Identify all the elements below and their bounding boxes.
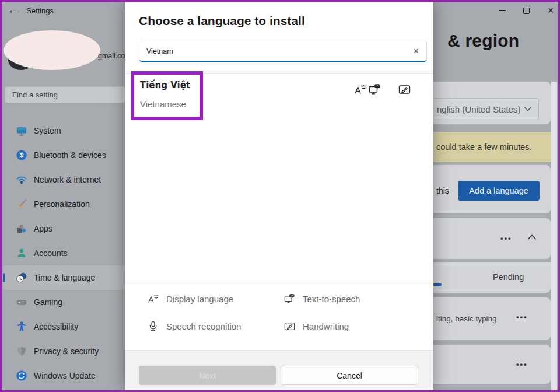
page-title: & region <box>447 31 519 51</box>
legend-label: Handwriting <box>303 321 349 331</box>
next-button[interactable]: Next <box>139 366 276 385</box>
user-email: gmail.co <box>98 52 125 60</box>
sidebar-item-label: Privacy & security <box>34 346 99 356</box>
handwriting-icon <box>398 83 411 96</box>
sidebar-item-system[interactable]: System <box>3 118 125 143</box>
choose-language-dialog: Choose a language to install Vietnam ✕ T… <box>125 1 433 390</box>
dropdown-value: nglish (United States) <box>437 104 520 114</box>
sidebar-item-time-language[interactable]: Time & language <box>3 265 125 290</box>
divider <box>125 281 433 281</box>
wifi-icon <box>16 174 27 186</box>
sidebar-item-accounts[interactable]: Accounts <box>3 241 125 265</box>
person-icon <box>16 247 27 259</box>
chevron-up-icon[interactable] <box>528 235 536 240</box>
search-placeholder: Find a setting <box>12 90 58 99</box>
display-language-dropdown[interactable]: nglish (United States) <box>429 98 539 120</box>
card-text: this <box>436 186 449 195</box>
legend-label: Display language <box>166 294 233 304</box>
legend-handwriting: Handwriting <box>284 321 349 332</box>
page-edge <box>551 82 557 390</box>
status-badge: Pending <box>493 272 524 282</box>
language-search-input[interactable]: Vietnam ✕ <box>139 41 427 62</box>
sidebar-item-windows-update[interactable]: Windows Update <box>3 363 125 388</box>
add-language-button[interactable]: Add a language <box>458 181 540 201</box>
sidebar-item-label: Accessibility <box>34 322 78 331</box>
sidebar-item-network[interactable]: Network & internet <box>3 167 125 192</box>
accessibility-icon <box>16 321 27 332</box>
bluetooth-icon <box>16 149 27 161</box>
clear-search-icon[interactable]: ✕ <box>413 47 419 55</box>
notice-banner: could take a few minutes. <box>426 132 551 162</box>
text-cursor <box>174 47 174 56</box>
sidebar-item-label: System <box>34 126 61 135</box>
text-to-speech-icon <box>369 83 381 96</box>
sidebar-item-label: Gaming <box>34 298 62 307</box>
sidebar-item-label: Accounts <box>34 249 68 258</box>
sidebar-nav: System Bluetooth & devices Network & int… <box>3 118 125 388</box>
screenshot-root: ← Settings ✕ gmail.co Find a setting Sys… <box>0 0 560 392</box>
avatar-privacy-blur <box>4 30 100 70</box>
legend-label: Speech recognition <box>166 321 241 331</box>
more-options-icon[interactable]: ••• <box>516 360 528 369</box>
shield-icon <box>16 345 27 357</box>
sidebar-item-gaming[interactable]: Gaming <box>3 290 125 314</box>
sidebar-item-personalization[interactable]: Personalization <box>3 192 125 216</box>
handwriting-icon <box>284 321 295 332</box>
text-to-speech-icon <box>284 293 295 304</box>
legend-label: Text-to-speech <box>303 294 360 304</box>
more-options-icon[interactable]: ••• <box>516 313 528 321</box>
back-arrow-icon[interactable]: ← <box>8 5 18 16</box>
sidebar-item-label: Network & internet <box>34 175 101 184</box>
display-language-icon <box>354 83 366 96</box>
dialog-footer: Next Cancel <box>125 350 433 390</box>
language-row <box>426 345 551 384</box>
gamepad-icon <box>16 296 27 308</box>
more-options-icon[interactable]: ••• <box>501 234 512 243</box>
maximize-icon[interactable] <box>523 8 530 14</box>
legend-text-to-speech: Text-to-speech <box>284 293 360 304</box>
selected-accent-bar <box>3 273 5 282</box>
windows-update-icon <box>16 370 27 382</box>
window-title: Settings <box>26 6 54 15</box>
legend-display-language: Display language <box>148 293 233 304</box>
add-language-label: Add a language <box>469 186 528 195</box>
dialog-title: Choose a language to install <box>139 14 305 28</box>
search-value: Vietnam <box>146 47 173 55</box>
display-language-icon <box>148 293 159 304</box>
search-input[interactable]: Find a setting <box>5 86 125 103</box>
microphone-icon <box>148 321 159 332</box>
notice-text: could take a few minutes. <box>436 142 532 152</box>
sidebar-item-label: Bluetooth & devices <box>34 150 106 160</box>
language-feature-row <box>426 262 551 293</box>
sidebar-item-label: Time & language <box>34 273 95 282</box>
window-controls: ✕ <box>499 4 554 18</box>
sidebar-item-label: Personalization <box>34 200 90 209</box>
sidebar-item-bluetooth[interactable]: Bluetooth & devices <box>3 143 125 167</box>
minimize-icon[interactable] <box>499 10 506 11</box>
clock-globe-icon <box>16 272 27 284</box>
sidebar-item-apps[interactable]: Apps <box>3 216 125 241</box>
annotation-highlight-box <box>131 71 203 120</box>
sidebar-item-accessibility[interactable]: Accessibility <box>3 314 125 339</box>
legend-speech-recognition: Speech recognition <box>148 321 241 332</box>
chevron-down-icon <box>524 107 531 111</box>
apps-icon <box>16 223 27 235</box>
system-monitor-icon <box>16 125 27 136</box>
language-capabilities-text: iting, basic typing <box>436 314 497 323</box>
close-icon[interactable]: ✕ <box>547 6 554 15</box>
sidebar-item-label: Windows Update <box>34 371 96 380</box>
brush-icon <box>16 198 27 210</box>
sidebar-item-label: Apps <box>34 224 52 233</box>
sidebar-item-privacy[interactable]: Privacy & security <box>3 339 125 363</box>
cancel-button[interactable]: Cancel <box>281 366 418 385</box>
